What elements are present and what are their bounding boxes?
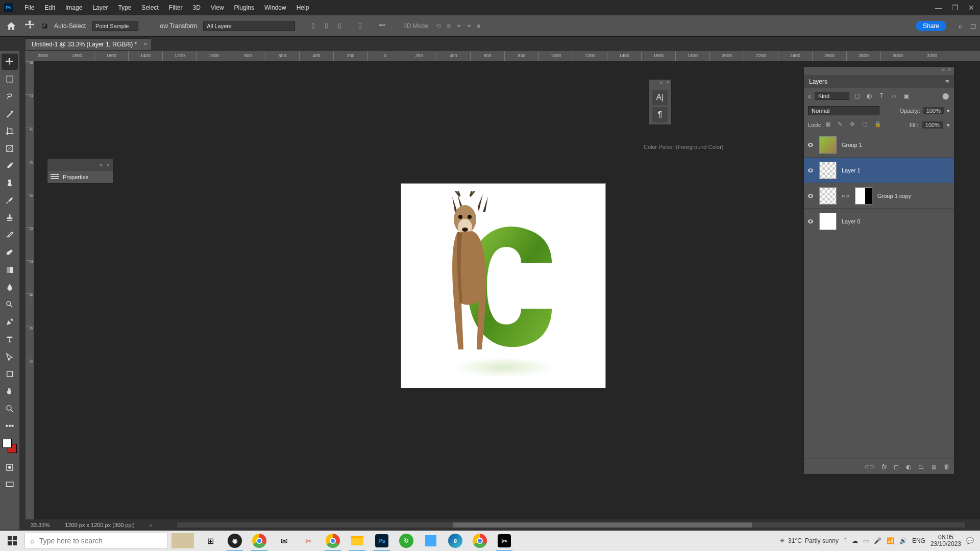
ruler-horizontal[interactable]: 2000180016001400120010008006004002000200… bbox=[26, 51, 980, 61]
task-photoshop-icon[interactable]: Ps bbox=[370, 531, 394, 551]
zoom-tool[interactable] bbox=[2, 400, 18, 417]
search-icon[interactable]: ⌕ bbox=[959, 22, 962, 30]
start-button[interactable] bbox=[0, 531, 24, 551]
filter-type-icon[interactable]: T bbox=[877, 91, 886, 101]
fill-value[interactable]: 100% bbox=[922, 121, 943, 129]
menu-window[interactable]: Window bbox=[259, 4, 291, 11]
mask-icon[interactable]: ◻ bbox=[894, 463, 899, 470]
align-right-icon[interactable]: ▯ bbox=[338, 22, 346, 30]
layer-name[interactable]: Layer 0 bbox=[842, 218, 861, 224]
history-brush-tool[interactable] bbox=[2, 227, 18, 243]
taskbar-search[interactable]: ⌕ Type here to search bbox=[24, 533, 167, 549]
paragraph-icon[interactable]: ¶ bbox=[652, 107, 668, 122]
move-tool[interactable] bbox=[2, 54, 18, 70]
character-icon[interactable]: A| bbox=[652, 90, 668, 105]
menu-select[interactable]: Select bbox=[136, 4, 163, 11]
visibility-icon[interactable] bbox=[807, 167, 814, 174]
filter-adjust-icon[interactable]: ◐ bbox=[865, 91, 874, 101]
frame-tool[interactable] bbox=[2, 140, 18, 157]
home-button[interactable] bbox=[4, 19, 18, 33]
filter-toggle-icon[interactable]: ⬤ bbox=[941, 91, 950, 101]
align-center-icon[interactable]: ▯ bbox=[325, 22, 333, 30]
stamp-tool[interactable] bbox=[2, 210, 18, 226]
lock-artboard-icon[interactable]: ▢ bbox=[862, 121, 870, 129]
lasso-tool[interactable] bbox=[2, 88, 18, 105]
color-swatch[interactable] bbox=[3, 439, 17, 453]
doc-dimensions[interactable]: 1200 px x 1200 px (300 ppi) bbox=[65, 522, 134, 528]
blend-mode-select[interactable]: Normal bbox=[808, 106, 879, 115]
path-tool[interactable] bbox=[2, 348, 18, 365]
group-icon[interactable]: 🗀 bbox=[918, 463, 924, 470]
menu-help[interactable]: Help bbox=[291, 4, 314, 11]
menu-filter[interactable]: Filter bbox=[164, 4, 188, 11]
task-cortana-icon[interactable] bbox=[167, 531, 198, 551]
delete-layer-icon[interactable]: 🗑 bbox=[944, 463, 950, 470]
layer-name[interactable]: Group 1 bbox=[842, 142, 862, 148]
fx-icon[interactable]: fx bbox=[882, 463, 887, 470]
hand-tool[interactable] bbox=[2, 383, 18, 399]
share-button[interactable]: Share bbox=[916, 21, 946, 31]
layers-menu-icon[interactable]: ≡ bbox=[945, 78, 949, 85]
opacity-value[interactable]: 100% bbox=[923, 107, 944, 114]
taskbar-clock[interactable]: 06:05 23/10/2023 bbox=[930, 534, 961, 547]
filter-image-icon[interactable]: ▢ bbox=[852, 91, 862, 101]
task-app2-icon[interactable] bbox=[419, 531, 443, 551]
visibility-icon[interactable] bbox=[807, 192, 814, 199]
new-layer-icon[interactable]: ⊞ bbox=[932, 463, 937, 470]
ruler-vertical[interactable]: 6246802468 bbox=[26, 61, 34, 530]
shape-tool[interactable] bbox=[2, 366, 18, 382]
lock-transparent-icon[interactable]: ▦ bbox=[825, 121, 834, 129]
char-close-icon[interactable]: × bbox=[666, 80, 669, 88]
task-chrome-icon[interactable] bbox=[247, 531, 272, 551]
adjustment-icon[interactable]: ◐ bbox=[906, 463, 911, 470]
task-capcut-icon[interactable]: ✂ bbox=[492, 531, 517, 551]
document-tab[interactable]: Untitled-1 @ 33.3% (Layer 1, RGB/8) * × bbox=[26, 38, 151, 50]
menu-edit[interactable]: Edit bbox=[39, 4, 60, 11]
tray-volume-icon[interactable]: 🔊 bbox=[899, 537, 907, 544]
sample-select[interactable]: Point Sample bbox=[92, 21, 138, 31]
zoom-level[interactable]: 33.33% bbox=[31, 522, 50, 528]
properties-panel[interactable]: ››× Properties bbox=[47, 158, 113, 184]
move-tool-icon[interactable] bbox=[24, 19, 36, 32]
eraser-tool[interactable] bbox=[2, 244, 18, 261]
distribute-icon[interactable]: ▯ bbox=[358, 22, 366, 30]
tray-lang-icon[interactable]: ENG bbox=[912, 537, 925, 544]
task-obs-icon[interactable]: ◉ bbox=[223, 531, 247, 551]
maximize-button[interactable]: ❐ bbox=[950, 3, 960, 12]
menu-image[interactable]: Image bbox=[60, 4, 87, 11]
tray-wifi-icon[interactable]: 📶 bbox=[887, 537, 894, 544]
tray-onedrive-icon[interactable]: ☁ bbox=[852, 537, 858, 544]
workspace-icon[interactable]: ▢ bbox=[970, 22, 976, 30]
char-collapse-icon[interactable]: ›› bbox=[659, 80, 663, 88]
crop-tool[interactable] bbox=[2, 123, 18, 139]
menu-view[interactable]: View bbox=[206, 4, 229, 11]
pen-tool[interactable] bbox=[2, 314, 18, 330]
task-snip-icon[interactable]: ✂ bbox=[296, 531, 321, 551]
kind-select[interactable]: Kind bbox=[815, 92, 849, 100]
close-tab-icon[interactable]: × bbox=[144, 41, 147, 47]
canvas-document[interactable] bbox=[401, 184, 605, 388]
task-explorer-icon[interactable] bbox=[345, 531, 370, 551]
screenmode-tool[interactable] bbox=[2, 477, 18, 493]
task-app1-icon[interactable]: ↻ bbox=[394, 531, 419, 551]
link-layers-icon[interactable]: ⊂⊃ bbox=[865, 463, 875, 470]
menu-type[interactable]: Type bbox=[113, 4, 136, 11]
marquee-tool[interactable] bbox=[2, 71, 18, 87]
opacity-chevron-icon[interactable]: ▾ bbox=[947, 108, 950, 114]
menu-plugins[interactable]: Plugins bbox=[229, 4, 259, 11]
healing-tool[interactable] bbox=[2, 175, 18, 191]
eyedropper-tool[interactable] bbox=[2, 158, 18, 174]
blur-tool[interactable] bbox=[2, 279, 18, 295]
layer-name[interactable]: Layer 1 bbox=[842, 167, 861, 173]
layer-row-group1copy[interactable]: ⊂⊃ Group 1 copy bbox=[804, 183, 954, 209]
search-icon[interactable]: ⌕ bbox=[808, 93, 812, 99]
task-edge-icon[interactable]: e bbox=[443, 531, 468, 551]
layer-row-layer0[interactable]: Layer 0 bbox=[804, 209, 954, 234]
edit-toolbar-icon[interactable]: ••• bbox=[2, 418, 18, 434]
layer-name[interactable]: Group 1 copy bbox=[877, 193, 911, 199]
type-tool[interactable] bbox=[2, 331, 18, 347]
tray-mic-icon[interactable]: 🎤 bbox=[874, 537, 881, 544]
task-chrome2-icon[interactable] bbox=[321, 531, 345, 551]
lock-position-icon[interactable]: ✥ bbox=[850, 121, 858, 129]
menu-file[interactable]: File bbox=[19, 4, 39, 11]
